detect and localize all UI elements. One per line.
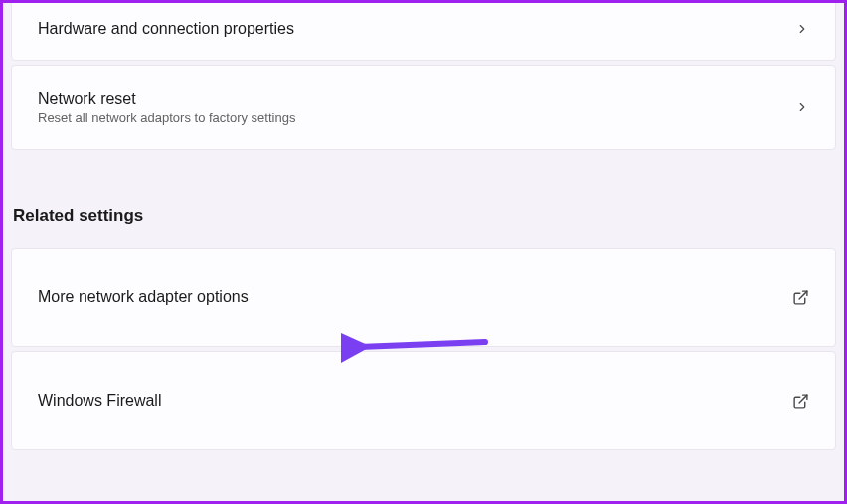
item-title: Windows Firewall	[38, 392, 161, 410]
external-link-icon	[792, 289, 809, 306]
svg-line-1	[799, 395, 807, 403]
item-title: Network reset	[38, 90, 295, 108]
item-text-block: More network adapter options	[38, 288, 249, 306]
windows-firewall-item[interactable]: Windows Firewall	[11, 351, 836, 450]
external-link-icon	[792, 393, 809, 410]
more-network-adapter-item[interactable]: More network adapter options	[11, 248, 836, 347]
network-reset-item[interactable]: Network reset Reset all network adaptors…	[11, 65, 836, 150]
hardware-connection-item[interactable]: Hardware and connection properties	[11, 0, 836, 61]
related-settings-header: Related settings	[13, 206, 836, 226]
item-title: Hardware and connection properties	[38, 20, 294, 38]
item-text-block: Network reset Reset all network adaptors…	[38, 90, 295, 125]
item-subtitle: Reset all network adaptors to factory se…	[38, 110, 295, 125]
item-text-block: Hardware and connection properties	[38, 20, 294, 38]
item-title: More network adapter options	[38, 288, 249, 306]
item-text-block: Windows Firewall	[38, 392, 161, 410]
chevron-right-icon	[795, 100, 809, 114]
svg-line-0	[799, 291, 807, 299]
chevron-right-icon	[795, 22, 809, 36]
